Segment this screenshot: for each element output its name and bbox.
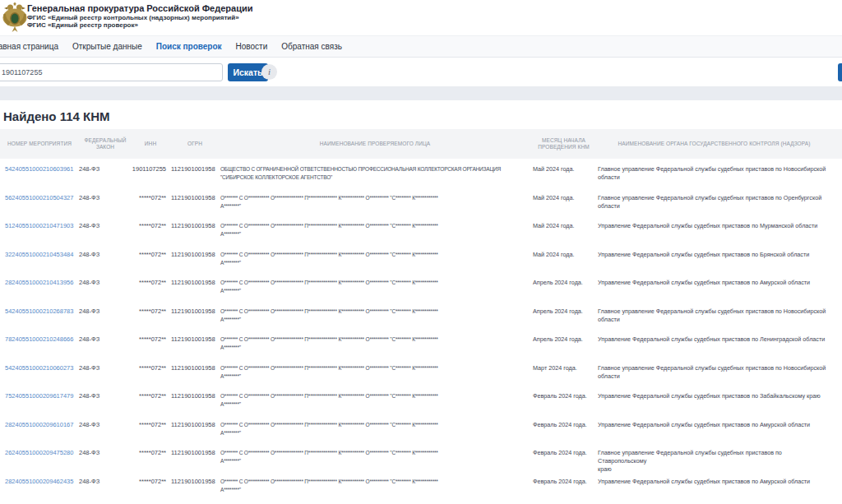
event-number-link[interactable]: 54240551000210603961 bbox=[5, 165, 73, 173]
nav-open-data[interactable]: Открытые данные bbox=[72, 42, 142, 51]
row-ogrn: 1121901001958 bbox=[169, 364, 220, 372]
row-federal-law: 248-ФЗ bbox=[79, 165, 132, 173]
row-control-organ: Управление Федеральной службы судебных п… bbox=[598, 279, 830, 287]
table-row: 54240551000210268783 248-ФЗ *****072** 1… bbox=[0, 303, 842, 332]
row-federal-law: 248-ФЗ bbox=[79, 392, 132, 400]
row-inn: *****072** bbox=[132, 194, 169, 202]
table-row: 78240551000210248666 248-ФЗ *****072** 1… bbox=[0, 331, 842, 360]
row-control-organ: Главное управление Федеральной службы су… bbox=[598, 165, 830, 182]
org-title: Генеральная прокуратура Российской Федер… bbox=[27, 3, 252, 14]
row-start-month: Март 2024 года. bbox=[530, 364, 598, 372]
row-federal-law: 248-ФЗ bbox=[79, 307, 132, 316]
row-inn: *****072** bbox=[132, 478, 169, 486]
table-row: 28240551000209462435 248-ФЗ *****072** 1… bbox=[0, 474, 842, 502]
nav-search-checks[interactable]: Поиск проверок bbox=[156, 42, 222, 51]
row-start-month: Февраль 2024 года. bbox=[530, 478, 598, 486]
event-number-link[interactable]: 56240551000210504327 bbox=[5, 194, 73, 201]
row-control-organ: Управление Федеральной службы судебных п… bbox=[598, 222, 830, 230]
row-federal-law: 248-ФЗ bbox=[79, 364, 132, 372]
table-header-row: НОМЕР МЕРОПРИЯТИЯФЕДЕРАЛЬНЫЙ ЗАКОНИННОГР… bbox=[0, 129, 842, 159]
table-row: 54240551000210060273 248-ФЗ *****072** 1… bbox=[0, 360, 842, 389]
main-nav: Главная страницаОткрытые данныеПоиск про… bbox=[0, 35, 842, 58]
row-federal-law: 248-ФЗ bbox=[79, 251, 132, 259]
row-federal-law: 248-ФЗ bbox=[79, 335, 132, 344]
table-row: 56240551000210504327 248-ФЗ *****072** 1… bbox=[0, 190, 842, 219]
nav-home[interactable]: Главная страница bbox=[0, 42, 58, 51]
row-federal-law: 248-ФЗ bbox=[79, 279, 132, 287]
table-row: 28240551000210413956 248-ФЗ *****072** 1… bbox=[0, 275, 842, 303]
row-ogrn: 1121901001958 bbox=[169, 392, 220, 400]
row-entity-name: ОБЩЕСТВО С ОГРАНИЧЕННОЙ ОТВЕТСТВЕННОСТЬЮ… bbox=[220, 165, 530, 182]
row-control-organ: Управление Федеральной службы судебных п… bbox=[598, 251, 830, 259]
row-inn: *****072** bbox=[132, 335, 169, 344]
event-number-link[interactable]: 28240551000209610167 bbox=[5, 421, 73, 428]
row-control-organ: Главное управление Федеральной службы су… bbox=[598, 307, 830, 324]
row-start-month: Апрель 2024 года. bbox=[530, 307, 598, 316]
row-entity-name: О******* С О*********** О***************… bbox=[220, 478, 530, 494]
row-ogrn: 1121901001958 bbox=[169, 335, 220, 344]
table-row: 54240551000210603961 248-ФЗ 1901107255 1… bbox=[0, 161, 842, 190]
row-federal-law: 248-ФЗ bbox=[79, 421, 132, 429]
column-header: НАИМЕНОВАНИЕ ПРОВЕРЯЕМОГО ЛИЦА bbox=[220, 141, 530, 148]
row-ogrn: 1121901001958 bbox=[169, 449, 220, 457]
row-ogrn: 1121901001958 bbox=[169, 251, 220, 259]
nav-news[interactable]: Новости bbox=[236, 42, 268, 51]
row-entity-name: О******* С О*********** О***************… bbox=[220, 251, 530, 267]
row-inn: *****072** bbox=[132, 392, 169, 400]
system-title-1: ФГИС «Единый реестр контрольных (надзорн… bbox=[27, 14, 252, 21]
results-count-title: Найдено 114 КНМ bbox=[3, 109, 842, 123]
row-entity-name: О******* С О*********** О***************… bbox=[220, 335, 530, 352]
event-number-link[interactable]: 26240551000209475280 bbox=[5, 449, 73, 456]
column-header: ИНН bbox=[132, 141, 169, 148]
event-number-link[interactable]: 54240551000210268783 bbox=[5, 307, 73, 315]
row-inn: *****072** bbox=[132, 307, 169, 316]
search-input[interactable] bbox=[0, 63, 223, 81]
event-number-link[interactable]: 28240551000209462435 bbox=[5, 478, 73, 485]
row-control-organ: Главное управление Федеральной службы су… bbox=[598, 194, 830, 210]
table-row: 26240551000209475280 248-ФЗ *****072** 1… bbox=[0, 445, 842, 474]
table-row: 32240551000210453484 248-ФЗ *****072** 1… bbox=[0, 247, 842, 275]
row-federal-law: 248-ФЗ bbox=[79, 222, 132, 230]
row-control-organ: Управление Федеральной службы судебных п… bbox=[598, 421, 830, 429]
table-row: 75240551000209617479 248-ФЗ *****072** 1… bbox=[0, 388, 842, 417]
table-row: 28240551000209610167 248-ФЗ *****072** 1… bbox=[0, 417, 842, 446]
row-control-organ: Управление Федеральной службы судебных п… bbox=[598, 335, 830, 344]
column-header: НОМЕР МЕРОПРИЯТИЯ bbox=[0, 141, 79, 148]
row-federal-law: 248-ФЗ bbox=[79, 449, 132, 457]
row-start-month: Май 2024 года. bbox=[530, 251, 598, 259]
row-federal-law: 248-ФЗ bbox=[79, 194, 132, 202]
event-number-link[interactable]: 32240551000210453484 bbox=[5, 251, 73, 258]
row-ogrn: 1121901001958 bbox=[169, 165, 220, 173]
row-inn: *****072** bbox=[132, 449, 169, 457]
event-number-link[interactable]: 75240551000209617479 bbox=[5, 392, 73, 400]
row-start-month: Апрель 2024 года. bbox=[530, 335, 598, 344]
row-entity-name: О******* С О*********** О***************… bbox=[220, 194, 530, 210]
results-table: НОМЕР МЕРОПРИЯТИЯФЕДЕРАЛЬНЫЙ ЗАКОНИННОГР… bbox=[0, 129, 842, 504]
row-inn: *****072** bbox=[132, 251, 169, 259]
row-inn: *****072** bbox=[132, 222, 169, 230]
row-entity-name: О******* С О*********** О***************… bbox=[220, 449, 530, 465]
row-control-organ: Управление Федеральной службы судебных п… bbox=[598, 478, 830, 486]
column-header: НАИМЕНОВАНИЕ ОРГАНА ГОСУДАРСТВЕННОГО КОН… bbox=[598, 141, 830, 148]
event-number-link[interactable]: 51240551000210471903 bbox=[5, 222, 73, 229]
column-header: ОГРН bbox=[169, 141, 220, 148]
info-icon[interactable]: i bbox=[261, 64, 277, 80]
row-entity-name: О******* С О*********** О***************… bbox=[220, 222, 530, 238]
row-control-organ: Главное управление Федеральной службы су… bbox=[598, 449, 830, 474]
event-number-link[interactable]: 78240551000210248666 bbox=[5, 335, 73, 343]
row-ogrn: 1121901001958 bbox=[169, 307, 220, 316]
row-inn: *****072** bbox=[132, 364, 169, 372]
row-start-month: Февраль 2024 года. bbox=[530, 449, 598, 457]
event-number-link[interactable]: 28240551000210413956 bbox=[5, 279, 73, 286]
column-header: ФЕДЕРАЛЬНЫЙ ЗАКОН bbox=[79, 137, 132, 151]
right-edge-button[interactable] bbox=[838, 63, 842, 81]
row-control-organ: Управление Федеральной службы судебных п… bbox=[598, 392, 830, 400]
event-number-link[interactable]: 54240551000210060273 bbox=[5, 364, 73, 372]
row-start-month: Февраль 2024 года. bbox=[530, 392, 598, 400]
row-entity-name: О******* С О*********** О***************… bbox=[220, 307, 530, 324]
prosecutor-coat-of-arms-icon bbox=[2, 2, 27, 33]
nav-feedback[interactable]: Обратная связь bbox=[281, 42, 342, 51]
row-start-month: Май 2024 года. bbox=[530, 222, 598, 230]
system-title-2: ФГИС «Единый реестр проверок» bbox=[27, 21, 252, 29]
page-header: Генеральная прокуратура Российской Федер… bbox=[0, 0, 842, 35]
